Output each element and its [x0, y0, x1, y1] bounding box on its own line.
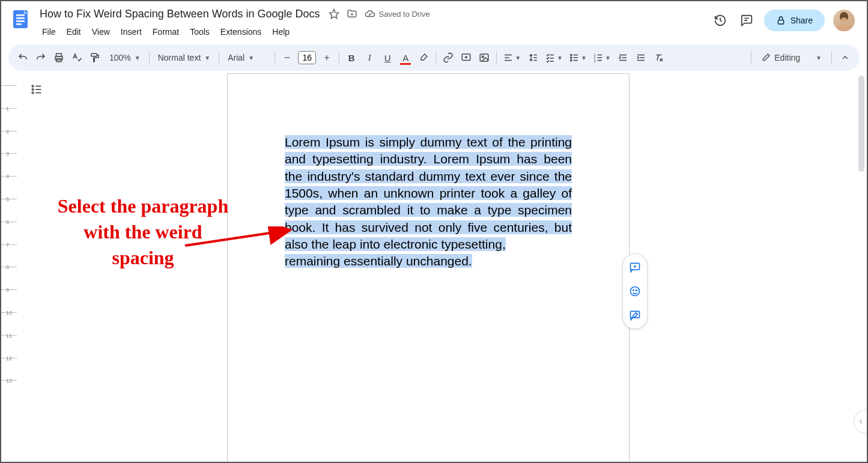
menu-help[interactable]: Help	[267, 25, 294, 39]
selected-text-tail[interactable]: remaining essentially unchanged.	[285, 254, 472, 268]
decrease-font-button[interactable]	[279, 49, 296, 66]
share-button[interactable]: Share	[764, 10, 825, 31]
scrollbar-thumb[interactable]	[858, 76, 864, 172]
checklist-button[interactable]: ▼	[542, 49, 565, 66]
cloud-status[interactable]: Saved to Drive	[365, 8, 430, 19]
bold-button[interactable]: B	[343, 49, 360, 66]
insert-image-button[interactable]	[476, 49, 493, 66]
svg-point-21	[32, 89, 34, 91]
align-button[interactable]: ▼	[500, 49, 523, 66]
selection-tools	[622, 253, 648, 329]
svg-rect-3	[16, 20, 25, 22]
selected-text-main[interactable]: Lorem Ipsum is simply dummy text of the …	[285, 135, 572, 251]
vertical-scrollbar[interactable]	[857, 74, 866, 461]
menu-view[interactable]: View	[87, 25, 115, 39]
svg-rect-2	[16, 17, 25, 19]
svg-point-27	[636, 290, 637, 291]
vertical-ruler[interactable]: 12345678910111213	[1, 73, 17, 462]
comments-icon[interactable]	[738, 11, 756, 29]
star-icon[interactable]	[329, 8, 339, 19]
move-icon[interactable]	[347, 8, 357, 19]
svg-line-23	[185, 230, 290, 246]
svg-point-14	[571, 54, 572, 55]
menu-file[interactable]: File	[37, 25, 61, 39]
print-button[interactable]	[50, 49, 67, 66]
bulleted-list-button[interactable]: ▼	[566, 49, 589, 66]
menu-format[interactable]: Format	[148, 25, 184, 39]
insert-link-button[interactable]	[440, 49, 457, 66]
text-color-button[interactable]: A	[397, 49, 414, 66]
svg-rect-4	[16, 23, 22, 25]
svg-point-15	[571, 57, 572, 58]
add-comment-float-button[interactable]	[627, 259, 643, 276]
spellcheck-button[interactable]	[68, 49, 85, 66]
svg-text:3: 3	[593, 59, 595, 63]
highlight-color-button[interactable]	[415, 49, 432, 66]
increase-indent-button[interactable]	[633, 49, 649, 66]
undo-button[interactable]	[14, 49, 31, 66]
add-emoji-button[interactable]	[627, 283, 643, 300]
annotation-arrow	[182, 226, 296, 250]
decrease-indent-button[interactable]	[615, 49, 631, 66]
share-label: Share	[791, 16, 813, 25]
menu-extensions[interactable]: Extensions	[216, 25, 266, 39]
menu-tools[interactable]: Tools	[185, 25, 214, 39]
svg-point-25	[631, 287, 640, 296]
menu-insert[interactable]: Insert	[116, 25, 147, 39]
document-outline-button[interactable]	[28, 80, 46, 98]
font-size-input[interactable]	[298, 51, 316, 64]
font-dropdown[interactable]: Arial▼	[223, 49, 271, 66]
svg-rect-5	[778, 20, 783, 24]
svg-rect-10	[91, 53, 97, 56]
svg-point-20	[32, 85, 34, 87]
svg-point-16	[571, 59, 572, 61]
svg-point-13	[482, 56, 484, 58]
collapse-toolbar-button[interactable]	[837, 49, 854, 66]
underline-button[interactable]: U	[379, 49, 396, 66]
toolbar: 100%▼ Normal text▼ Arial▼ B I U A ▼ ▼ ▼ …	[8, 44, 860, 71]
document-paragraph[interactable]: Lorem Ipsum is simply dummy text of the …	[285, 134, 572, 270]
svg-rect-12	[480, 54, 488, 61]
increase-font-button[interactable]	[318, 49, 335, 66]
redo-button[interactable]	[32, 49, 49, 66]
numbered-list-button[interactable]: 123▼	[590, 49, 613, 66]
paragraph-style-dropdown[interactable]: Normal text▼	[153, 49, 215, 66]
document-page[interactable]: Lorem Ipsum is simply dummy text of the …	[227, 73, 630, 462]
menu-edit[interactable]: Edit	[62, 25, 86, 39]
svg-rect-1	[16, 14, 25, 16]
suggest-edits-button[interactable]	[627, 307, 643, 324]
editing-mode-dropdown[interactable]: Editing▼	[756, 49, 827, 66]
svg-point-22	[32, 92, 34, 94]
account-avatar[interactable]	[833, 10, 855, 31]
saved-status-text: Saved to Drive	[379, 10, 430, 19]
svg-point-26	[633, 290, 634, 291]
italic-button[interactable]: I	[361, 49, 378, 66]
line-spacing-button[interactable]	[524, 49, 541, 66]
clear-formatting-button[interactable]	[651, 49, 667, 66]
document-title[interactable]: How to Fix Weird Spacing Between Words i…	[37, 7, 323, 22]
zoom-dropdown[interactable]: 100%▼	[105, 49, 145, 66]
menu-bar: File Edit View Insert Format Tools Exten…	[37, 23, 706, 41]
docs-logo[interactable]	[8, 6, 32, 30]
paint-format-button[interactable]	[86, 49, 103, 66]
history-icon[interactable]	[711, 11, 729, 29]
add-comment-button[interactable]	[458, 49, 475, 66]
